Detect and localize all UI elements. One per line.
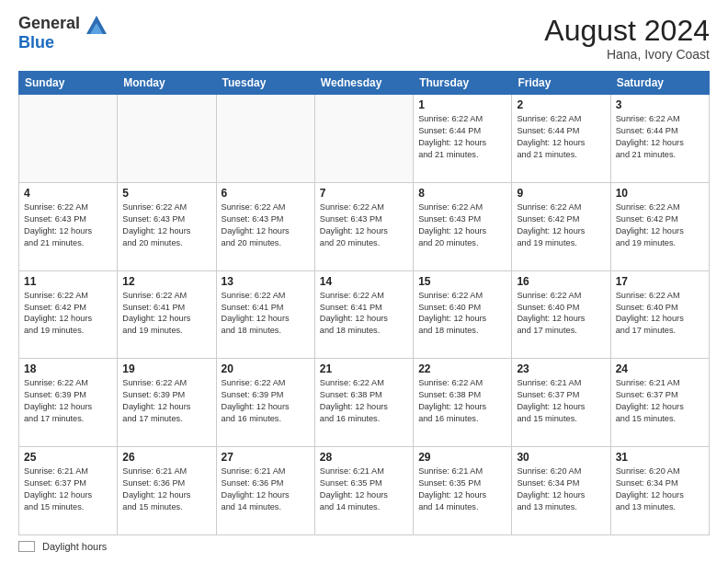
day-info: Sunrise: 6:22 AMSunset: 6:41 PMDaylight:… xyxy=(122,290,210,338)
day-info: Sunrise: 6:22 AMSunset: 6:42 PMDaylight:… xyxy=(517,201,605,249)
day-number: 23 xyxy=(517,362,605,375)
calendar-day-cell: 25Sunrise: 6:21 AMSunset: 6:37 PMDayligh… xyxy=(19,447,118,535)
calendar-day-cell: 21Sunrise: 6:22 AMSunset: 6:38 PMDayligh… xyxy=(314,359,413,447)
legend-box xyxy=(18,541,35,552)
day-info: Sunrise: 6:20 AMSunset: 6:34 PMDaylight:… xyxy=(517,465,605,513)
calendar-header-thursday: Thursday xyxy=(414,72,512,95)
day-number: 9 xyxy=(517,187,605,200)
legend-label: Daylight hours xyxy=(42,541,107,552)
calendar-day-cell: 29Sunrise: 6:21 AMSunset: 6:35 PMDayligh… xyxy=(414,447,512,535)
logo-general: General xyxy=(18,14,80,32)
day-number: 29 xyxy=(418,451,506,464)
day-info: Sunrise: 6:22 AMSunset: 6:38 PMDaylight:… xyxy=(320,377,408,425)
calendar-day-cell: 22Sunrise: 6:22 AMSunset: 6:38 PMDayligh… xyxy=(414,359,512,447)
logo: General Blue xyxy=(18,15,107,51)
calendar-table: SundayMondayTuesdayWednesdayThursdayFrid… xyxy=(18,71,710,535)
day-info: Sunrise: 6:22 AMSunset: 6:42 PMDaylight:… xyxy=(24,290,112,338)
day-number: 27 xyxy=(222,451,310,464)
calendar-header-sunday: Sunday xyxy=(19,72,118,95)
day-number: 3 xyxy=(616,98,704,111)
calendar-day-cell: 18Sunrise: 6:22 AMSunset: 6:39 PMDayligh… xyxy=(19,359,118,447)
day-info: Sunrise: 6:22 AMSunset: 6:41 PMDaylight:… xyxy=(222,290,310,338)
day-number: 30 xyxy=(517,451,605,464)
day-info: Sunrise: 6:22 AMSunset: 6:41 PMDaylight:… xyxy=(320,290,408,338)
calendar-day-cell: 7Sunrise: 6:22 AMSunset: 6:43 PMDaylight… xyxy=(314,182,413,270)
calendar-day-cell: 2Sunrise: 6:22 AMSunset: 6:44 PMDaylight… xyxy=(512,95,610,183)
page-header: General Blue August 2024 Hana, Ivory Coa… xyxy=(18,15,710,62)
day-number: 17 xyxy=(616,275,704,288)
day-info: Sunrise: 6:21 AMSunset: 6:36 PMDaylight:… xyxy=(122,465,210,513)
calendar-day-cell: 16Sunrise: 6:22 AMSunset: 6:40 PMDayligh… xyxy=(512,270,610,359)
day-info: Sunrise: 6:22 AMSunset: 6:44 PMDaylight:… xyxy=(517,113,605,161)
day-number: 22 xyxy=(418,362,506,375)
calendar-day-cell: 10Sunrise: 6:22 AMSunset: 6:42 PMDayligh… xyxy=(610,182,709,270)
day-info: Sunrise: 6:22 AMSunset: 6:43 PMDaylight:… xyxy=(418,201,506,249)
day-number: 15 xyxy=(418,275,506,288)
day-info: Sunrise: 6:22 AMSunset: 6:40 PMDaylight:… xyxy=(517,290,605,338)
day-number: 26 xyxy=(122,451,210,464)
day-info: Sunrise: 6:22 AMSunset: 6:38 PMDaylight:… xyxy=(418,377,506,425)
calendar-header-tuesday: Tuesday xyxy=(216,72,314,95)
day-info: Sunrise: 6:21 AMSunset: 6:35 PMDaylight:… xyxy=(418,465,506,513)
day-number: 4 xyxy=(24,187,112,200)
calendar-day-cell: 26Sunrise: 6:21 AMSunset: 6:36 PMDayligh… xyxy=(118,447,216,535)
day-info: Sunrise: 6:22 AMSunset: 6:43 PMDaylight:… xyxy=(320,201,408,249)
day-number: 14 xyxy=(320,275,408,288)
calendar-header-friday: Friday xyxy=(512,72,610,95)
day-info: Sunrise: 6:22 AMSunset: 6:39 PMDaylight:… xyxy=(24,377,112,425)
day-info: Sunrise: 6:21 AMSunset: 6:35 PMDaylight:… xyxy=(320,465,408,513)
calendar-day-cell: 9Sunrise: 6:22 AMSunset: 6:42 PMDaylight… xyxy=(512,182,610,270)
day-number: 2 xyxy=(517,98,605,111)
calendar-day-cell: 3Sunrise: 6:22 AMSunset: 6:44 PMDaylight… xyxy=(610,95,709,183)
calendar-week-row: 11Sunrise: 6:22 AMSunset: 6:42 PMDayligh… xyxy=(19,270,710,359)
day-info: Sunrise: 6:21 AMSunset: 6:37 PMDaylight:… xyxy=(517,377,605,425)
calendar-day-cell: 30Sunrise: 6:20 AMSunset: 6:34 PMDayligh… xyxy=(512,447,610,535)
day-info: Sunrise: 6:22 AMSunset: 6:44 PMDaylight:… xyxy=(418,113,506,161)
day-number: 19 xyxy=(122,362,210,375)
calendar-day-cell: 11Sunrise: 6:22 AMSunset: 6:42 PMDayligh… xyxy=(19,270,118,359)
calendar-day-cell: 20Sunrise: 6:22 AMSunset: 6:39 PMDayligh… xyxy=(216,359,314,447)
calendar-day-cell: 4Sunrise: 6:22 AMSunset: 6:43 PMDaylight… xyxy=(19,182,118,270)
location-subtitle: Hana, Ivory Coast xyxy=(544,47,710,62)
day-number: 10 xyxy=(616,187,704,200)
day-info: Sunrise: 6:22 AMSunset: 6:44 PMDaylight:… xyxy=(616,113,704,161)
day-info: Sunrise: 6:21 AMSunset: 6:37 PMDaylight:… xyxy=(24,465,112,513)
day-info: Sunrise: 6:22 AMSunset: 6:40 PMDaylight:… xyxy=(616,290,704,338)
day-info: Sunrise: 6:22 AMSunset: 6:39 PMDaylight:… xyxy=(122,377,210,425)
calendar-header-wednesday: Wednesday xyxy=(314,72,413,95)
day-number: 21 xyxy=(320,362,408,375)
calendar-day-cell: 19Sunrise: 6:22 AMSunset: 6:39 PMDayligh… xyxy=(118,359,216,447)
day-info: Sunrise: 6:22 AMSunset: 6:40 PMDaylight:… xyxy=(418,290,506,338)
day-number: 25 xyxy=(24,451,112,464)
logo-icon xyxy=(86,16,107,34)
calendar-header-saturday: Saturday xyxy=(610,72,709,95)
calendar-day-cell: 27Sunrise: 6:21 AMSunset: 6:36 PMDayligh… xyxy=(216,447,314,535)
calendar-day-cell: 17Sunrise: 6:22 AMSunset: 6:40 PMDayligh… xyxy=(610,270,709,359)
calendar-day-cell xyxy=(118,95,216,183)
calendar-day-cell: 31Sunrise: 6:20 AMSunset: 6:34 PMDayligh… xyxy=(610,447,709,535)
calendar-header-monday: Monday xyxy=(118,72,216,95)
day-info: Sunrise: 6:21 AMSunset: 6:37 PMDaylight:… xyxy=(616,377,704,425)
day-info: Sunrise: 6:20 AMSunset: 6:34 PMDaylight:… xyxy=(616,465,704,513)
day-number: 24 xyxy=(616,362,704,375)
day-number: 31 xyxy=(616,451,704,464)
calendar-footer: Daylight hours xyxy=(18,541,710,552)
calendar-day-cell: 23Sunrise: 6:21 AMSunset: 6:37 PMDayligh… xyxy=(512,359,610,447)
day-number: 7 xyxy=(320,187,408,200)
day-number: 28 xyxy=(320,451,408,464)
calendar-week-row: 1Sunrise: 6:22 AMSunset: 6:44 PMDaylight… xyxy=(19,95,710,183)
month-year-title: August 2024 xyxy=(544,15,710,47)
calendar-day-cell xyxy=(19,95,118,183)
day-number: 20 xyxy=(222,362,310,375)
day-number: 1 xyxy=(418,98,506,111)
calendar-week-row: 18Sunrise: 6:22 AMSunset: 6:39 PMDayligh… xyxy=(19,359,710,447)
day-number: 13 xyxy=(222,275,310,288)
day-number: 5 xyxy=(122,187,210,200)
day-info: Sunrise: 6:22 AMSunset: 6:42 PMDaylight:… xyxy=(616,201,704,249)
day-number: 18 xyxy=(24,362,112,375)
day-info: Sunrise: 6:22 AMSunset: 6:43 PMDaylight:… xyxy=(122,201,210,249)
logo-blue: Blue xyxy=(18,33,54,52)
day-info: Sunrise: 6:22 AMSunset: 6:39 PMDaylight:… xyxy=(222,377,310,425)
calendar-header-row: SundayMondayTuesdayWednesdayThursdayFrid… xyxy=(19,72,710,95)
day-number: 6 xyxy=(222,187,310,200)
